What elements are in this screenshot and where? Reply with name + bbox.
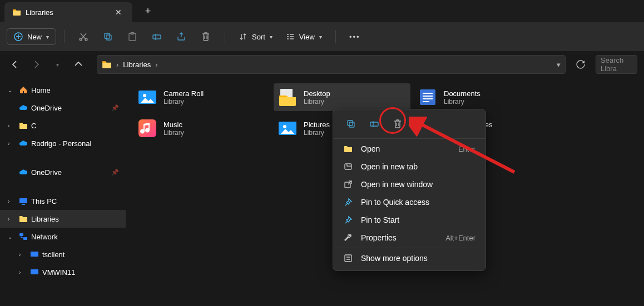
plus-circle-icon: [14, 32, 23, 41]
tab-libraries[interactable]: Libraries ✕: [4, 2, 132, 22]
search-input[interactable]: Search Libra: [596, 55, 637, 74]
chevron-down-icon: ▾: [319, 34, 322, 40]
chevron-down-icon[interactable]: ⌄: [8, 234, 16, 240]
ctx-pin-quick[interactable]: Pin to Quick access: [333, 193, 486, 211]
sidebar-item-onedrive[interactable]: OneDrive 📌: [0, 99, 126, 117]
sidebar-item-libraries[interactable]: › Libraries: [0, 210, 126, 228]
ctx-open-new-tab[interactable]: Open in new tab: [333, 158, 486, 175]
pin-icon: 📌: [111, 169, 119, 176]
copy-button[interactable]: [97, 27, 119, 47]
back-button[interactable]: [7, 56, 23, 73]
sidebar-item-vmwin11[interactable]: › VMWIN11: [0, 263, 126, 281]
chevron-down-icon[interactable]: ▾: [557, 61, 561, 69]
divider: [64, 30, 65, 43]
refresh-button[interactable]: [570, 55, 591, 74]
sidebar: ⌄ Home OneDrive 📌 › C › Rodrigo - Person…: [0, 78, 126, 306]
folder-icon: [19, 214, 28, 223]
sidebar-item-c[interactable]: › C: [0, 117, 126, 134]
ctx-open-new-window[interactable]: Open in new window: [333, 175, 486, 193]
share-button[interactable]: [170, 27, 192, 47]
svg-rect-10: [19, 233, 23, 236]
breadcrumb-sep: ›: [116, 61, 118, 69]
sidebar-item-network[interactable]: ⌄ Network: [0, 228, 126, 245]
svg-rect-25: [370, 122, 378, 126]
sort-button[interactable]: Sort ▾: [233, 29, 278, 44]
new-button[interactable]: New ▾: [7, 28, 56, 45]
breadcrumb-item[interactable]: Libraries: [123, 61, 151, 69]
svg-rect-4: [106, 35, 111, 40]
tab-title: Libraries: [26, 8, 53, 17]
pc-icon: [30, 268, 39, 277]
view-icon: [286, 32, 295, 41]
svg-rect-24: [349, 122, 354, 127]
svg-rect-8: [19, 198, 27, 203]
tab-icon: [343, 162, 353, 171]
new-tab-button[interactable]: +: [138, 2, 158, 20]
folder-icon: [102, 59, 112, 69]
network-icon: [19, 232, 28, 241]
cloud-icon: [19, 139, 28, 148]
photo-library-icon: [137, 87, 158, 108]
svg-rect-3: [105, 33, 110, 38]
address-bar[interactable]: › Libraries › ▾: [97, 55, 566, 74]
divider: [333, 138, 486, 139]
chevron-right-icon[interactable]: ›: [8, 216, 16, 222]
ctx-open[interactable]: Open Enter: [333, 140, 486, 158]
ctx-rename-button[interactable]: [365, 115, 383, 133]
forward-button[interactable]: [28, 56, 44, 73]
chevron-down-icon[interactable]: ⌄: [8, 87, 16, 93]
divider: [225, 30, 225, 43]
folder-icon: [12, 8, 21, 17]
library-item-documents[interactable]: Documents Library: [414, 83, 551, 111]
folder-icon: [19, 121, 28, 130]
svg-point-20: [283, 125, 286, 128]
ctx-copy-button[interactable]: [342, 115, 360, 133]
chevron-down-icon: ▾: [270, 34, 273, 40]
library-item-desktop[interactable]: Desktop Library: [274, 83, 410, 111]
ctx-delete-button[interactable]: [389, 115, 407, 133]
svg-rect-17: [420, 89, 435, 105]
chevron-right-icon[interactable]: ›: [8, 123, 16, 129]
sidebar-item-onedrive2[interactable]: OneDrive 📌: [0, 163, 126, 181]
library-item-cameraroll[interactable]: Camera Roll Library: [133, 83, 270, 111]
svg-point-15: [143, 94, 146, 97]
paste-button[interactable]: [121, 27, 143, 47]
more-options-icon: [343, 254, 353, 263]
home-icon: [19, 86, 28, 94]
cloud-icon: [19, 168, 28, 177]
more-button[interactable]: •••: [344, 27, 366, 47]
wrench-icon: [343, 233, 353, 242]
view-button[interactable]: View ▾: [280, 29, 328, 44]
folder-library-icon: [277, 87, 298, 108]
pc-icon: [19, 197, 28, 205]
sidebar-item-rodrigo[interactable]: › Rodrigo - Personal: [0, 134, 126, 152]
divider: [333, 248, 486, 248]
up-button[interactable]: [70, 56, 87, 73]
sidebar-item-thispc[interactable]: › This PC: [0, 192, 126, 210]
sidebar-item-tsclient[interactable]: › tsclient: [0, 245, 126, 263]
chevron-right-icon[interactable]: ›: [8, 141, 16, 147]
svg-rect-12: [31, 252, 38, 257]
ctx-show-more[interactable]: Show more options: [333, 249, 486, 267]
tab-close-button[interactable]: ✕: [112, 7, 125, 18]
recent-dropdown[interactable]: ▾: [49, 56, 66, 73]
svg-rect-7: [153, 35, 161, 39]
music-library-icon: [137, 118, 158, 139]
new-window-icon: [343, 180, 353, 189]
cut-button[interactable]: [72, 27, 95, 47]
photo-library-icon: [277, 118, 298, 139]
ctx-properties[interactable]: Properties Alt+Enter: [333, 229, 486, 247]
ctx-pin-start[interactable]: Pin to Start: [333, 211, 486, 229]
toolbar: New ▾ Sort ▾ View ▾ •••: [0, 22, 644, 51]
chevron-right-icon[interactable]: ›: [8, 198, 16, 204]
chevron-right-icon[interactable]: ›: [19, 252, 27, 258]
svg-rect-13: [31, 269, 38, 274]
breadcrumb-sep: ›: [155, 61, 157, 69]
library-item-music[interactable]: Music Library: [133, 114, 270, 142]
pc-icon: [30, 250, 39, 259]
doc-library-icon: [417, 87, 438, 108]
delete-button[interactable]: [195, 27, 217, 47]
sidebar-item-home[interactable]: ⌄ Home: [0, 81, 126, 99]
chevron-right-icon[interactable]: ›: [19, 269, 27, 275]
rename-button[interactable]: [146, 27, 168, 47]
